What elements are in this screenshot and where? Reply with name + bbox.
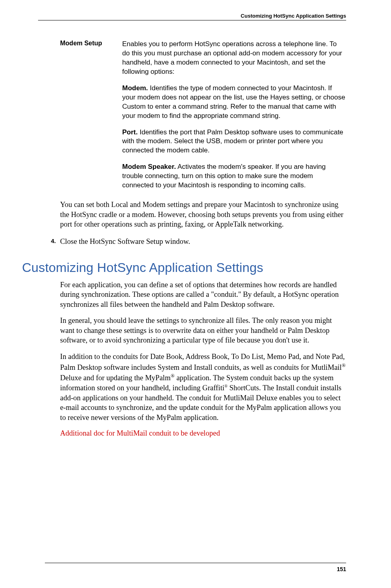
registered-icon: ® (342, 362, 346, 368)
p3-part-b: Deluxe and for updating the MyPalm (60, 374, 171, 382)
sub-text-modem: Identifies the type of modem connected t… (122, 84, 345, 120)
step-4: 4. Close the HotSync Software Setup wind… (51, 237, 346, 247)
definition-sub-modem: Modem. Identifies the type of modem conn… (122, 84, 346, 121)
page-number: 151 (337, 566, 346, 572)
registered-icon: ® (224, 384, 228, 388)
definition-sub-port: Port. Identifies the port that Palm Desk… (122, 128, 346, 156)
sub-text-port: Identifies the port that Palm Desktop so… (122, 128, 343, 154)
page-header: Customizing HotSync Application Settings (38, 12, 346, 20)
definition-term: Modem Setup (38, 40, 122, 190)
para-conduits-list: In addition to the conduits for Date Boo… (60, 352, 346, 422)
page-footer: 151 (45, 563, 346, 573)
sub-label-modem: Modem. (122, 84, 148, 92)
section-heading: Customizing HotSync Application Settings (22, 260, 346, 275)
registered-icon: ® (171, 373, 175, 379)
sub-label-port: Port. (122, 128, 138, 136)
para-conduit-intro: For each application, you can define a s… (60, 280, 346, 310)
definition-sub-speaker: Modem Speaker. Activates the modem's spe… (122, 162, 346, 190)
sub-label-speaker: Modem Speaker. (122, 163, 176, 170)
running-header-text: Customizing HotSync Application Settings (241, 13, 346, 19)
definition-body: Enables you to perform HotSync operation… (122, 40, 346, 190)
definition-intro: Enables you to perform HotSync operation… (122, 40, 346, 77)
step-number: 4. (51, 237, 60, 247)
definition-block: Modem Setup Enables you to perform HotSy… (38, 40, 346, 190)
p3-part-a: In addition to the conduits for Date Boo… (60, 353, 345, 371)
para-leave-settings: In general, you should leave the setting… (60, 316, 346, 345)
editorial-note: Additional doc for MultiMail conduit to … (60, 429, 346, 438)
page-container: Customizing HotSync Application Settings… (0, 0, 391, 588)
step-text: Close the HotSync Software Setup window. (60, 237, 190, 247)
para-local-modem-note: You can set both Local and Modem setting… (60, 200, 346, 229)
